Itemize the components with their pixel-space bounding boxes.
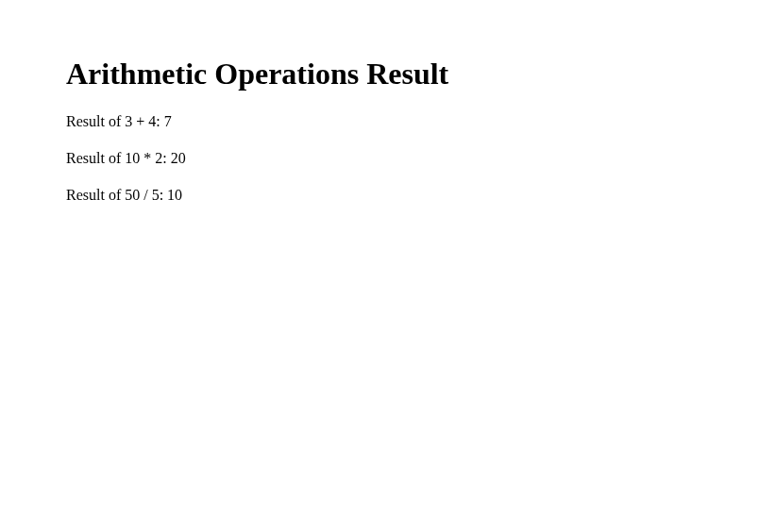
result-line: Result of 3 + 4: 7: [66, 112, 693, 132]
page-title: Arithmetic Operations Result: [66, 57, 693, 91]
result-line: Result of 50 / 5: 10: [66, 186, 693, 206]
result-line: Result of 10 * 2: 20: [66, 149, 693, 169]
